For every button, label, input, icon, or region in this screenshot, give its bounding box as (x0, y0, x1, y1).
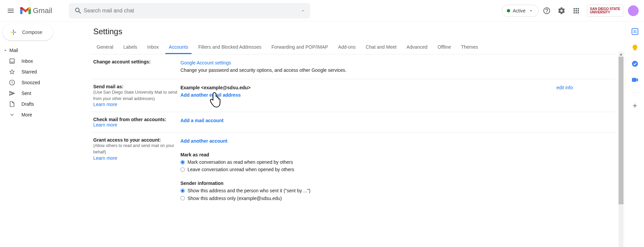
get-addons-button[interactable] (632, 102, 638, 109)
nav-label: Snoozed (21, 80, 40, 85)
apps-button[interactable] (570, 4, 583, 17)
send-icon (9, 90, 15, 97)
keep-app-button[interactable] (632, 44, 638, 51)
sidebar-item-starred[interactable]: Starred (0, 66, 86, 77)
scroll-up-icon[interactable]: ▲ (619, 52, 624, 57)
tab-themes[interactable]: Themes (458, 41, 482, 54)
nav-label: Sent (21, 91, 31, 96)
sidebar: Compose Mail Inbox Starred Snoozed Sent … (0, 21, 86, 247)
org-badge[interactable]: SAN DIEGO STATE UNIVERSITY (587, 5, 623, 17)
show-address-only-radio[interactable] (180, 196, 185, 200)
radio-label: Show this address only (example@sdsu.edu… (187, 195, 282, 202)
svg-rect-3 (632, 78, 636, 82)
side-panel: 31 (625, 21, 644, 247)
calendar-app-button[interactable]: 31 (632, 28, 638, 35)
radio-label: Leave conversation unread when opened by… (187, 166, 294, 173)
add-account-link[interactable]: Add another account (180, 138, 227, 144)
search-input[interactable] (80, 8, 299, 14)
inbox-icon (9, 58, 15, 64)
file-icon (9, 101, 15, 107)
settings-button[interactable] (555, 4, 568, 17)
tab-forwarding[interactable]: Forwarding and POP/IMAP (268, 41, 331, 54)
compose-button[interactable]: Compose (3, 24, 53, 40)
mail-section-toggle[interactable]: Mail (0, 45, 86, 56)
leave-unread-radio[interactable] (180, 167, 185, 172)
section-title: Check mail from other accounts: (93, 117, 180, 122)
mark-read-radio[interactable] (180, 160, 185, 164)
sidebar-item-drafts[interactable]: Drafts (0, 99, 86, 109)
caret-down-icon (528, 8, 534, 13)
account-avatar[interactable] (628, 5, 639, 16)
gear-icon (557, 7, 566, 15)
star-icon (9, 68, 15, 75)
add-mail-account-link[interactable]: Add a mail account (180, 118, 223, 123)
learn-more-link[interactable]: Learn more (93, 102, 117, 107)
settings-content: Settings General Labels Inbox Accounts F… (86, 21, 625, 247)
search-options-button[interactable] (299, 7, 307, 15)
section-send-as: Send mail as: (Use San Diego State Unive… (91, 79, 615, 112)
google-account-link[interactable]: Google Account settings (180, 60, 231, 65)
sidebar-item-sent[interactable]: Sent (0, 88, 86, 99)
tab-inbox[interactable]: Inbox (144, 41, 162, 54)
support-button[interactable] (540, 4, 553, 17)
sidebar-item-more[interactable]: More (0, 109, 86, 120)
scrollbar-thumb[interactable] (619, 57, 624, 204)
section-sub: (Use San Diego State University Mail to … (93, 89, 180, 102)
section-grant-access: Grant access to your account: (Allow oth… (91, 133, 615, 207)
section-change-account: Change account settings: Google Account … (91, 54, 615, 79)
radio-label: Mark conversation as read when opened by… (187, 158, 293, 166)
show-address-person-radio[interactable] (180, 189, 185, 193)
nav-label: Inbox (21, 58, 33, 64)
contacts-app-button[interactable] (632, 77, 638, 83)
search-bar[interactable] (69, 3, 310, 18)
section-desc: Change your password and security option… (180, 67, 346, 73)
sidebar-item-snoozed[interactable]: Snoozed (0, 77, 86, 88)
tab-advanced[interactable]: Advanced (403, 41, 431, 54)
scrollbar[interactable]: ▲ (619, 52, 624, 247)
gmail-text: Gmail (33, 6, 52, 15)
send-as-account: Example <example@sdsu.edu> (180, 85, 251, 90)
status-chip[interactable]: Active (502, 5, 539, 17)
apps-grid-icon (572, 7, 580, 15)
status-label: Active (513, 8, 526, 13)
learn-more-link[interactable]: Learn more (93, 122, 117, 128)
edit-info-link[interactable]: edit info (556, 84, 573, 91)
mark-as-read-header: Mark as read (180, 151, 613, 158)
caret-down-icon (301, 7, 305, 14)
tab-accounts[interactable]: Accounts (165, 41, 192, 54)
main-menu-button[interactable] (3, 3, 19, 19)
tab-general[interactable]: General (93, 41, 117, 54)
nav-label: Drafts (21, 101, 34, 107)
tab-addons[interactable]: Add-ons (335, 41, 359, 54)
search-icon (72, 7, 80, 15)
section-title: Send mail as: (93, 84, 180, 89)
plus-icon (9, 28, 17, 36)
page-title: Settings (91, 27, 615, 36)
settings-tabs: General Labels Inbox Accounts Filters an… (91, 41, 615, 54)
radio-label: Show this address and the person who sen… (187, 187, 310, 194)
sender-info-header: Sender information (180, 180, 613, 187)
chevron-down-icon (9, 111, 15, 118)
clock-icon (9, 79, 15, 86)
plus-icon (632, 102, 638, 109)
svg-text:31: 31 (633, 30, 637, 34)
svg-point-2 (632, 61, 638, 67)
caret-down-icon (3, 48, 8, 53)
gmail-logo[interactable]: Gmail (19, 6, 52, 15)
tab-labels[interactable]: Labels (120, 41, 141, 54)
section-sub: (Allow others to read and send mail on y… (93, 143, 180, 155)
learn-more-link[interactable]: Learn more (93, 155, 117, 161)
sidebar-item-inbox[interactable]: Inbox (0, 56, 86, 66)
add-email-link[interactable]: Add another email address (180, 92, 241, 98)
tasks-app-button[interactable] (632, 60, 638, 67)
gmail-icon (20, 7, 31, 15)
tab-chat[interactable]: Chat and Meet (362, 41, 400, 54)
hamburger-icon (7, 7, 15, 15)
status-dot-icon (507, 9, 510, 12)
tab-offline[interactable]: Offline (434, 41, 454, 54)
section-check-mail: Check mail from other accounts: Learn mo… (91, 112, 615, 133)
calendar-icon: 31 (632, 28, 638, 35)
tab-filters[interactable]: Filters and Blocked Addresses (195, 41, 265, 54)
section-title: Grant access to your account: (93, 137, 180, 143)
nav-label: More (21, 112, 32, 117)
